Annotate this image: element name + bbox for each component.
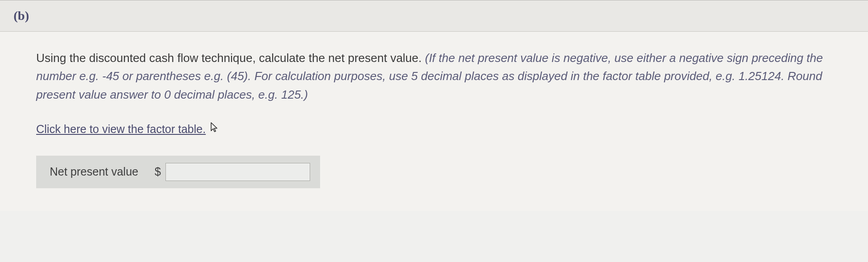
part-header: (b) — [0, 0, 868, 32]
factor-table-link[interactable]: Click here to view the factor table. — [36, 123, 206, 135]
net-present-value-input[interactable] — [165, 163, 310, 181]
question-lead: Using the discounted cash flow technique… — [36, 51, 425, 65]
factor-table-link-row: Click here to view the factor table. — [36, 123, 832, 136]
answer-row: Net present value $ — [36, 156, 320, 188]
question-page: (b) Using the discounted cash flow techn… — [0, 0, 868, 211]
question-body: Using the discounted cash flow technique… — [0, 32, 868, 211]
currency-symbol: $ — [155, 165, 161, 178]
part-label: (b) — [14, 9, 29, 23]
cursor-icon — [210, 122, 219, 135]
answer-label: Net present value — [50, 165, 138, 178]
question-text: Using the discounted cash flow technique… — [36, 49, 832, 104]
